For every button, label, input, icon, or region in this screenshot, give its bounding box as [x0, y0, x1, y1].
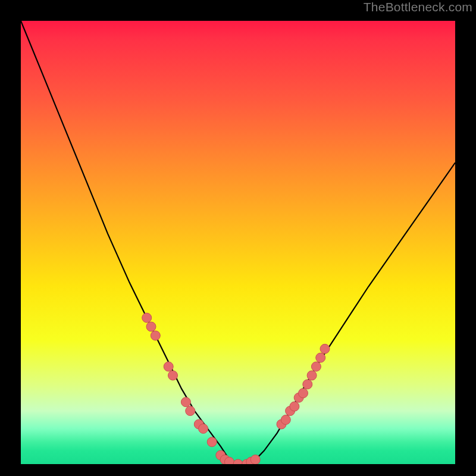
data-marker	[164, 362, 173, 371]
data-marker	[233, 459, 243, 464]
marker-group	[142, 313, 330, 464]
data-marker	[281, 415, 290, 425]
data-marker	[142, 313, 152, 322]
watermark-text: TheBottleneck.com	[364, 0, 472, 14]
plot-area	[21, 21, 455, 464]
data-marker	[151, 331, 160, 340]
data-marker	[199, 424, 208, 433]
data-marker	[224, 457, 234, 464]
data-marker	[207, 437, 217, 447]
data-marker	[320, 344, 330, 353]
bottleneck-curve-path	[21, 21, 455, 464]
data-marker	[299, 389, 308, 398]
data-marker	[316, 353, 325, 362]
data-marker	[307, 371, 317, 380]
data-marker	[250, 455, 260, 465]
data-marker	[186, 406, 195, 416]
data-marker	[303, 380, 312, 389]
outer-frame: TheBottleneck.com	[0, 0, 476, 476]
data-marker	[168, 371, 178, 380]
data-marker	[311, 362, 321, 371]
data-marker	[181, 397, 190, 407]
data-marker	[290, 402, 299, 411]
data-marker	[146, 322, 156, 331]
chart-svg	[21, 21, 455, 464]
